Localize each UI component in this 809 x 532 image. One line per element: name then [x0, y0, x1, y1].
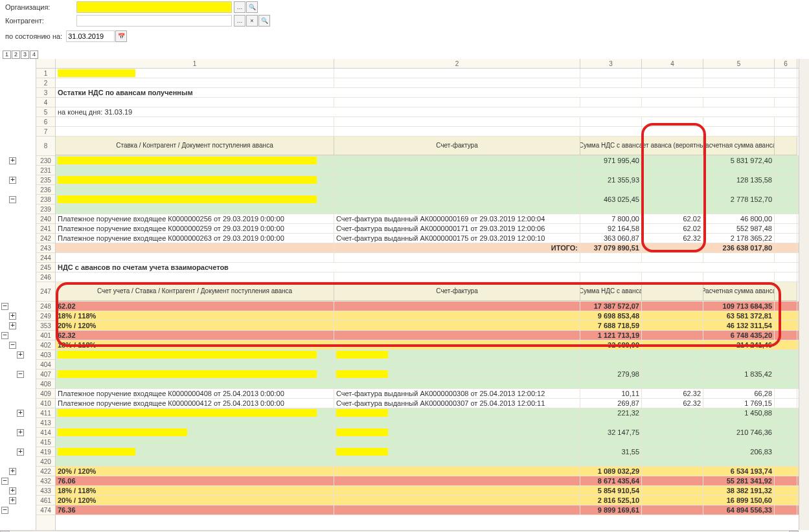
contr-clear-button[interactable]: ×	[246, 15, 258, 27]
row-number[interactable]: 401	[36, 331, 55, 340]
table-row[interactable]: 20% / 120%2 816 525,1016 899 150,60	[56, 496, 809, 505]
table-row[interactable]	[56, 360, 809, 370]
table-row[interactable]: 221,321 450,88	[56, 408, 809, 418]
table-row[interactable]: 971 995,405 831 972,40	[56, 156, 809, 166]
outline-level-3[interactable]: 3	[21, 50, 29, 59]
outline-toggle[interactable]	[17, 371, 24, 378]
row-number[interactable]: 3	[36, 88, 55, 98]
row-number[interactable]: 415	[36, 438, 55, 447]
contr-dots-button[interactable]: …	[234, 15, 245, 27]
table-row[interactable]: 20% / 120%1 089 032,296 534 193,74	[56, 467, 809, 476]
outline-toggle[interactable]	[17, 351, 24, 359]
row-number[interactable]: 407	[36, 370, 55, 379]
row-number[interactable]: 236	[36, 185, 55, 195]
row-number[interactable]: 411	[36, 408, 55, 418]
table-row[interactable]: 279,981 835,42	[56, 370, 809, 379]
table-row[interactable]	[56, 379, 809, 389]
row-number[interactable]: 245	[36, 263, 55, 272]
outline-toggle[interactable]	[17, 429, 24, 436]
table-row[interactable]: 32 147,75210 746,36	[56, 428, 809, 438]
outline-level-2[interactable]: 2	[12, 50, 20, 59]
table-row[interactable]: 20% / 120%7 688 718,5946 132 311,54	[56, 321, 809, 331]
contr-input[interactable]	[76, 15, 232, 27]
row-number[interactable]: 402	[36, 340, 55, 350]
outline-toggle[interactable]	[1, 332, 8, 339]
vertical-scrollbar[interactable]	[799, 59, 809, 530]
outline-toggle[interactable]	[17, 449, 24, 456]
table-row[interactable]: Платежное поручение входящее К0000000412…	[56, 399, 809, 408]
row-number[interactable]: 238	[36, 195, 55, 205]
row-number[interactable]: 410	[36, 399, 55, 408]
table-row[interactable]: ИТОГО:37 079 890,51236 638 017,80	[56, 243, 809, 253]
row-number[interactable]: 4	[36, 98, 55, 107]
outline-toggle[interactable]	[17, 410, 24, 417]
col-head-5[interactable]: 5	[703, 59, 775, 68]
row-number[interactable]: 7	[36, 127, 55, 137]
row-number[interactable]: 246	[36, 272, 55, 282]
table-row[interactable]: 62.321 121 713,196 748 435,20	[56, 331, 809, 340]
row-number[interactable]: 353	[36, 321, 55, 331]
row-number[interactable]: 432	[36, 476, 55, 486]
org-search-button[interactable]: 🔍	[246, 1, 258, 13]
table-row[interactable]: 463 025,452 778 152,70	[56, 195, 809, 205]
row-number[interactable]: 242	[36, 234, 55, 243]
row-number[interactable]: 249	[36, 311, 55, 321]
org-input[interactable]	[76, 1, 232, 13]
row-number[interactable]: 433	[36, 486, 55, 496]
row-number[interactable]: 408	[36, 379, 55, 389]
table-row[interactable]: Платежное поручение входящее К0000000256…	[56, 214, 809, 224]
row-number[interactable]: 404	[36, 360, 55, 370]
table-row[interactable]: 18% / 118%32 680,90214 241,46	[56, 340, 809, 350]
table-row[interactable]: 18% / 118%9 698 853,4863 581 372,81	[56, 311, 809, 321]
outline-level-1[interactable]: 1	[3, 50, 11, 59]
row-number[interactable]: 419	[36, 447, 55, 457]
table-row[interactable]	[56, 350, 809, 360]
table-row[interactable]: 62.0217 387 572,07109 713 684,35	[56, 302, 809, 311]
outline-toggle[interactable]	[1, 478, 8, 485]
outline-toggle[interactable]	[9, 177, 16, 184]
org-dots-button[interactable]: …	[234, 1, 245, 13]
date-input[interactable]	[66, 30, 115, 42]
row-number[interactable]: 414	[36, 428, 55, 438]
outline-toggle[interactable]	[9, 497, 16, 504]
row-number[interactable]: 5	[36, 107, 55, 117]
row-number[interactable]: 231	[36, 166, 55, 175]
table-row[interactable]	[56, 457, 809, 467]
row-number[interactable]: 422	[36, 467, 55, 476]
row-number[interactable]: 248	[36, 302, 55, 311]
outline-toggle[interactable]	[9, 342, 16, 349]
table-row[interactable]: Платежное поручение входящее К0000000263…	[56, 234, 809, 243]
outline-toggle[interactable]	[9, 196, 16, 203]
grid[interactable]: 1 2 3 4 5 6 Остатки НДС по авансам получ…	[56, 59, 809, 532]
row-number[interactable]: 413	[36, 418, 55, 428]
date-calendar-button[interactable]: 📅	[115, 30, 127, 42]
col-head-3[interactable]: 3	[580, 59, 642, 68]
col-head-2[interactable]: 2	[334, 59, 580, 68]
table-row[interactable]	[56, 185, 809, 195]
table-row[interactable]: 76.369 899 169,6164 894 556,33	[56, 505, 809, 515]
row-number[interactable]: 241	[36, 224, 55, 234]
outline-toggle[interactable]	[9, 313, 16, 320]
row-number[interactable]: 239	[36, 205, 55, 214]
outline-toggle[interactable]	[1, 303, 8, 310]
row-number[interactable]: 461	[36, 496, 55, 505]
table-row[interactable]: 31,55206,83	[56, 447, 809, 457]
row-number[interactable]: 247	[36, 282, 55, 302]
row-number[interactable]: 8	[36, 137, 55, 156]
outline-level-4[interactable]: 4	[30, 50, 38, 59]
table-row[interactable]: Платежное поручение входящее К0000000408…	[56, 389, 809, 399]
table-row[interactable]: 21 355,93128 135,58	[56, 175, 809, 185]
row-number[interactable]: 243	[36, 243, 55, 253]
row-number[interactable]: 244	[36, 253, 55, 263]
row-number[interactable]: 235	[36, 175, 55, 185]
col-head-1[interactable]: 1	[56, 59, 334, 68]
row-number[interactable]: 230	[36, 156, 55, 166]
col-head-4[interactable]: 4	[642, 59, 703, 68]
table-row[interactable]	[56, 418, 809, 428]
row-number[interactable]: 1	[36, 69, 55, 78]
row-number[interactable]: 240	[36, 214, 55, 224]
table-row[interactable]	[56, 438, 809, 447]
row-number[interactable]: 403	[36, 350, 55, 360]
row-number[interactable]: 420	[36, 457, 55, 467]
outline-toggle[interactable]	[9, 157, 16, 164]
